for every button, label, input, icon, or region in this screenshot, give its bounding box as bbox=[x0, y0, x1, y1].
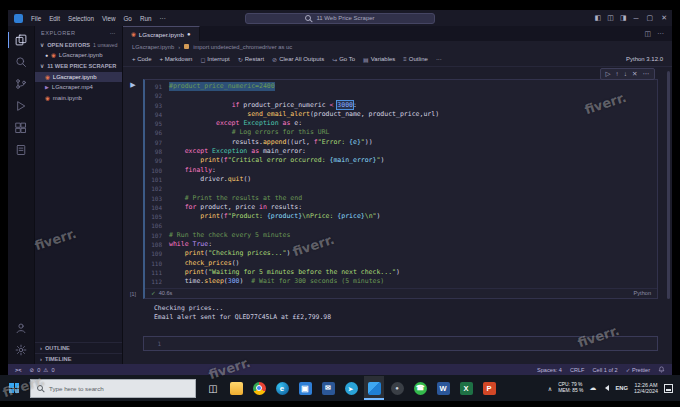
menu-item-go[interactable]: Go bbox=[119, 15, 135, 22]
taskbar-app-task-view[interactable] bbox=[203, 376, 223, 400]
taskbar-app-chrome[interactable] bbox=[249, 376, 269, 400]
file-item-lgscraper-mp4[interactable]: ▶LGscraper.mp4 bbox=[35, 82, 122, 93]
search-icon[interactable] bbox=[8, 51, 35, 73]
file-item-lgscraper-ipynb[interactable]: ◉LGscraper.ipynb bbox=[35, 72, 122, 83]
minimize-button[interactable]: ─ bbox=[633, 15, 640, 22]
open-editor-item[interactable]: ●◉LGscraper.ipynb bbox=[35, 50, 122, 61]
settings-icon[interactable] bbox=[8, 339, 35, 361]
clock[interactable]: 12:26 AM 12/4/2024 bbox=[634, 382, 658, 395]
menu-item-edit[interactable]: Edit bbox=[45, 15, 64, 22]
project-folder-section[interactable]: ∨ 11 WEB PRICE SCRAPER bbox=[35, 61, 122, 72]
taskbar-app-camera[interactable] bbox=[387, 376, 407, 400]
file-item-main-ipynb[interactable]: ◉main.ipynb bbox=[35, 93, 122, 104]
toolbar-more[interactable]: ··· bbox=[436, 56, 442, 62]
taskbar-app-vscode[interactable] bbox=[364, 376, 384, 400]
kernel-picker[interactable]: Python 3.12.0 bbox=[626, 56, 663, 62]
cell-language[interactable]: Python bbox=[634, 290, 651, 296]
menu-item-selection[interactable]: Selection bbox=[64, 15, 98, 22]
taskbar-app-excel[interactable]: X bbox=[456, 376, 476, 400]
breadcrumb-symbol[interactable]: import undetected_chromedriver as uc bbox=[193, 44, 292, 50]
code-line[interactable]: 101 driver.quit() bbox=[145, 175, 657, 184]
problems-indicator[interactable]: ⊘0 ⚠0 bbox=[30, 367, 55, 373]
code-line[interactable]: 92 bbox=[145, 91, 657, 100]
code-line[interactable]: 99 print(f"Critical error occurred: {mai… bbox=[145, 156, 657, 165]
code-line[interactable]: 112 time.sleep(300) # Wait for 300 secon… bbox=[145, 277, 657, 286]
code-line[interactable]: 102 bbox=[145, 184, 657, 193]
toolbar-restart[interactable]: ↻Restart bbox=[238, 56, 264, 63]
code-line[interactable]: 111 print("Waiting for 5 minutes before … bbox=[145, 268, 657, 277]
open-editors-section[interactable]: ∨ OPEN EDITORS 1 unsaved bbox=[35, 39, 122, 50]
toolbar-code[interactable]: + Code bbox=[132, 56, 152, 62]
sidebar-section-outline[interactable]: ›OUTLINE bbox=[35, 342, 122, 353]
status-crlf[interactable]: CRLF bbox=[570, 367, 585, 373]
status-spaces-4[interactable]: Spaces: 4 bbox=[537, 367, 562, 373]
tab-lgscraper[interactable]: ◉ LGscraper.ipynb ● bbox=[123, 26, 200, 41]
more-actions-icon[interactable]: ⋯ bbox=[657, 30, 664, 38]
taskbar-app-word[interactable]: W bbox=[433, 376, 453, 400]
toolbar-variables[interactable]: ▤Variables bbox=[363, 56, 395, 63]
menu-item-file[interactable]: File bbox=[27, 15, 45, 22]
run-below-icon[interactable]: ↓ bbox=[624, 70, 627, 78]
breadcrumb-file[interactable]: LGscraper.ipynb bbox=[132, 44, 174, 50]
empty-code-cell[interactable]: 1 bbox=[143, 336, 658, 351]
taskbar-search[interactable]: Type here to search bbox=[30, 379, 196, 398]
taskbar-app-photos[interactable] bbox=[295, 376, 315, 400]
explorer-icon[interactable] bbox=[8, 29, 35, 51]
taskbar-app-telegram[interactable] bbox=[341, 376, 361, 400]
toolbar-go-to[interactable]: ↪Go To bbox=[332, 56, 355, 63]
customize-layout-icon[interactable]: ◨ bbox=[620, 14, 627, 22]
code-line[interactable]: 98 except Exception as main_error: bbox=[145, 147, 657, 156]
menu-item-run[interactable]: Run bbox=[136, 15, 156, 22]
status-cell-1-of-2[interactable]: Cell 1 of 2 bbox=[593, 367, 618, 373]
toggle-sidebar-icon[interactable]: ◧ bbox=[595, 14, 602, 22]
start-button[interactable] bbox=[2, 375, 26, 401]
taskbar-app-mail[interactable] bbox=[318, 376, 338, 400]
more-actions-icon[interactable]: ⋯ bbox=[643, 70, 650, 78]
tray-expand-icon[interactable]: ∧ bbox=[548, 385, 552, 392]
taskbar-app-powerpoint[interactable]: P bbox=[479, 376, 499, 400]
taskbar-app-edge[interactable] bbox=[272, 376, 292, 400]
code-line[interactable]: 110 check_prices() bbox=[145, 259, 657, 268]
taskbar-app-file-explorer[interactable] bbox=[226, 376, 246, 400]
code-line[interactable]: 100 finally: bbox=[145, 166, 657, 175]
action-center-icon[interactable] bbox=[664, 384, 673, 393]
delete-cell-icon[interactable]: ✕ bbox=[632, 70, 637, 78]
toggle-panel-icon[interactable]: ◫ bbox=[607, 14, 614, 22]
explorer-more-icon[interactable]: ⋯ bbox=[110, 30, 116, 36]
source-control-icon[interactable] bbox=[8, 73, 35, 95]
code-line[interactable]: 103 # Print the results at the end bbox=[145, 194, 657, 203]
account-icon[interactable] bbox=[8, 317, 35, 339]
run-cell-button[interactable]: ▶ bbox=[130, 81, 135, 89]
code-line[interactable]: 108while True: bbox=[145, 240, 657, 249]
onedrive-icon[interactable]: ☁ bbox=[589, 384, 596, 392]
code-area[interactable]: 91#product_price_numeric=240092 93 if pr… bbox=[145, 80, 657, 288]
run-cell-icon[interactable]: ▷ bbox=[606, 70, 611, 78]
code-line[interactable]: 91#product_price_numeric=2400 bbox=[145, 82, 657, 91]
split-editor-icon[interactable]: ◫ bbox=[644, 30, 651, 38]
menu-item-view[interactable]: View bbox=[98, 15, 120, 22]
taskbar-app-whatsapp[interactable] bbox=[410, 376, 430, 400]
notebook-icon[interactable] bbox=[8, 139, 35, 161]
breadcrumb[interactable]: LGscraper.ipynb › import undetected_chro… bbox=[123, 41, 672, 52]
language-indicator[interactable]: ENG bbox=[615, 385, 628, 391]
close-button[interactable]: ✕ bbox=[660, 14, 668, 22]
code-line[interactable]: 96 # Log errors for this URL bbox=[145, 128, 657, 137]
code-line[interactable]: 109 print("Checking prices...") bbox=[145, 249, 657, 258]
toolbar-outline[interactable]: ≡Outline bbox=[403, 56, 428, 62]
notifications-bell-icon[interactable] bbox=[658, 366, 665, 374]
command-center-search[interactable]: 11 Web Price Scraper bbox=[245, 13, 435, 24]
code-line[interactable]: 106 bbox=[145, 221, 657, 230]
remote-indicator[interactable]: >< bbox=[15, 367, 22, 373]
code-line[interactable]: 105 print(f"Product: {product}\nPrice: {… bbox=[145, 212, 657, 221]
maximize-button[interactable]: ▢ bbox=[646, 14, 655, 22]
run-above-icon[interactable]: ↑ bbox=[616, 70, 619, 78]
code-line[interactable]: 107# Run the check every 5 minutes bbox=[145, 231, 657, 240]
menu-item-more[interactable]: ··· bbox=[155, 15, 169, 22]
code-line[interactable]: 97 results.append((url, f"Error: {e}")) bbox=[145, 138, 657, 147]
toolbar-clear-all-outputs[interactable]: ⊘Clear All Outputs bbox=[272, 56, 324, 63]
editor-scrollbar[interactable] bbox=[667, 71, 670, 299]
sidebar-section-timeline[interactable]: ›TIMELINE bbox=[35, 353, 122, 364]
toolbar-interrupt[interactable]: ◻Interrupt bbox=[200, 56, 229, 63]
status-prettier[interactable]: ✓ Prettier bbox=[626, 367, 650, 373]
extensions-icon[interactable] bbox=[8, 117, 35, 139]
